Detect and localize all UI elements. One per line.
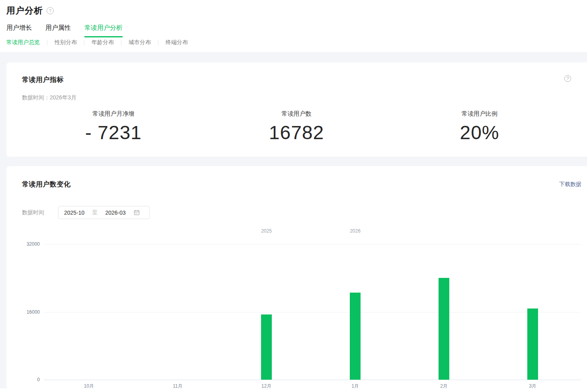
subnav-age-distribution[interactable]: 年龄分布 — [92, 39, 114, 46]
chart-bar[interactable] — [261, 314, 272, 380]
x-axis-line — [44, 380, 581, 380]
divider — [84, 40, 84, 45]
divider — [158, 40, 158, 45]
y-axis-tick-label: 0 — [12, 377, 40, 382]
divider — [121, 40, 121, 45]
y-axis-tick-label: 16000 — [12, 309, 40, 315]
page-header: 用户分析 ? 用户增长 用户属性 常读用户分析 常读用户总览 性别分布 年龄分布… — [0, 0, 587, 47]
tab-bar: 用户增长 用户属性 常读用户分析 — [6, 24, 581, 37]
metric-value: 20% — [388, 122, 571, 144]
x-axis-tick-label: 10月 — [73, 383, 105, 390]
tab-user-growth[interactable]: 用户增长 — [6, 24, 32, 37]
gridline — [44, 312, 581, 312]
date-range-label: 数据时间 — [22, 209, 44, 216]
tab-label: 常读用户分析 — [84, 24, 123, 31]
x-axis-tick-label: 1月 — [339, 383, 371, 390]
bar-chart: 0160003200010月11月12月1月2月3月20252026 — [6, 226, 587, 390]
chart-bar[interactable] — [350, 293, 361, 380]
tab-label: 用户增长 — [6, 24, 32, 31]
year-annotation-label: 2025 — [251, 228, 283, 234]
chart-bar[interactable] — [439, 278, 449, 380]
subnav-gender-distribution[interactable]: 性别分布 — [55, 39, 77, 46]
metrics-help-icon[interactable]: ? — [564, 75, 571, 82]
tab-label: 用户属性 — [45, 24, 71, 31]
y-axis-tick-label: 32000 — [12, 241, 40, 247]
date-range-picker[interactable]: 2025-10 至 2026-03 — [58, 206, 150, 219]
page-help-icon[interactable]: ? — [47, 7, 54, 14]
content-area: 常读用户指标 ? 数据时间：2026年3月 常读用户月净增 - 7231 常读用… — [0, 52, 587, 388]
date-end-value[interactable]: 2026-03 — [105, 210, 125, 216]
metric-value: - 7231 — [22, 122, 205, 144]
subnav-regular-reader-overview[interactable]: 常读用户总览 — [6, 39, 40, 46]
metrics-row: 常读用户月净增 - 7231 常读用户数 16782 常读用户比例 20% — [22, 110, 571, 144]
x-axis-tick-label: 11月 — [162, 383, 194, 390]
regular-reader-trend-card: 常读用户数变化 下载数据 数据时间 2025-10 至 2026-03 — [6, 166, 587, 390]
metric-label: 常读用户月净增 — [22, 110, 205, 118]
regular-reader-metrics-card: 常读用户指标 ? 数据时间：2026年3月 常读用户月净增 - 7231 常读用… — [6, 62, 587, 157]
metric-value: 16782 — [205, 122, 388, 144]
metric-label: 常读用户数 — [205, 110, 388, 118]
metric-monthly-net-increase: 常读用户月净增 - 7231 — [22, 110, 205, 144]
x-axis-tick-label: 3月 — [517, 383, 549, 390]
metrics-card-title: 常读用户指标 — [22, 75, 64, 84]
date-start-value[interactable]: 2025-10 — [64, 210, 84, 216]
metrics-data-time: 数据时间：2026年3月 — [22, 94, 571, 101]
date-range-row: 数据时间 2025-10 至 2026-03 — [6, 206, 587, 219]
year-annotation-label: 2026 — [339, 228, 371, 234]
x-axis-tick-label: 12月 — [251, 383, 283, 390]
x-axis-tick-label: 2月 — [428, 383, 460, 390]
subnav-terminal-distribution[interactable]: 终端分布 — [166, 39, 188, 46]
tab-regular-reader-analysis[interactable]: 常读用户分析 — [84, 24, 123, 37]
calendar-icon[interactable] — [134, 210, 140, 215]
chart-bar[interactable] — [527, 309, 538, 380]
metric-regular-reader-ratio: 常读用户比例 20% — [388, 110, 571, 144]
gridline — [44, 244, 581, 245]
chart-card-title: 常读用户数变化 — [22, 180, 71, 189]
download-data-link[interactable]: 下载数据 — [559, 181, 581, 188]
date-range-separator: 至 — [92, 209, 98, 216]
subnav: 常读用户总览 性别分布 年龄分布 城市分布 终端分布 — [6, 39, 581, 47]
page-title: 用户分析 — [6, 5, 43, 17]
tab-user-attributes[interactable]: 用户属性 — [45, 24, 71, 37]
subnav-city-distribution[interactable]: 城市分布 — [129, 39, 151, 46]
divider — [47, 40, 47, 45]
metric-label: 常读用户比例 — [388, 110, 571, 118]
metric-regular-reader-count: 常读用户数 16782 — [205, 110, 388, 144]
